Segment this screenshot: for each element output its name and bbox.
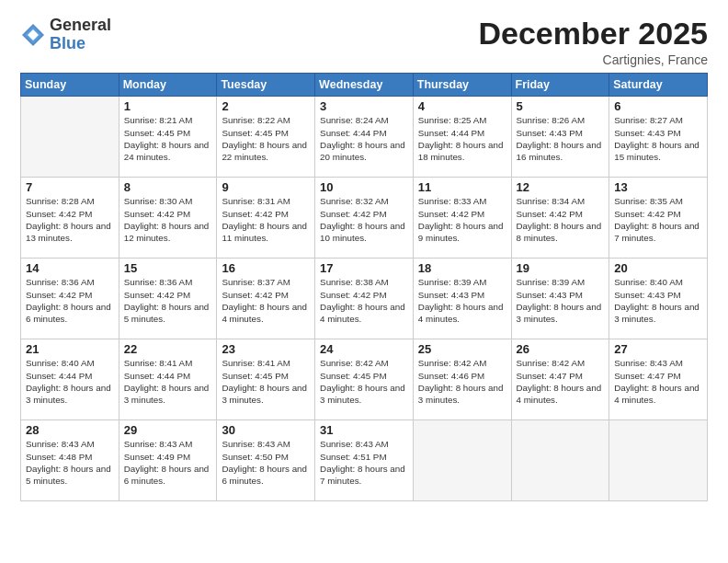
cell-details: Sunrise: 8:35 AM Sunset: 4:42 PM Dayligh… [614,195,702,244]
calendar-cell: 2Sunrise: 8:22 AM Sunset: 4:45 PM Daylig… [217,97,315,178]
calendar-cell: 29Sunrise: 8:43 AM Sunset: 4:49 PM Dayli… [119,420,217,501]
calendar-cell: 31Sunrise: 8:43 AM Sunset: 4:51 PM Dayli… [315,420,414,501]
day-header-friday: Friday [511,74,609,97]
cell-details: Sunrise: 8:42 AM Sunset: 4:46 PM Dayligh… [418,357,506,406]
calendar-cell [511,420,609,501]
calendar-cell: 25Sunrise: 8:42 AM Sunset: 4:46 PM Dayli… [413,339,511,420]
cell-details: Sunrise: 8:41 AM Sunset: 4:44 PM Dayligh… [124,357,212,406]
day-number: 15 [124,261,212,275]
cell-details: Sunrise: 8:22 AM Sunset: 4:45 PM Dayligh… [222,114,310,163]
cell-details: Sunrise: 8:25 AM Sunset: 4:44 PM Dayligh… [418,114,506,163]
day-header-sunday: Sunday [21,74,119,97]
calendar-cell: 12Sunrise: 8:34 AM Sunset: 4:42 PM Dayli… [511,178,609,259]
day-number: 28 [26,423,114,437]
day-number: 9 [222,180,310,194]
calendar-week-4: 21Sunrise: 8:40 AM Sunset: 4:44 PM Dayli… [21,339,708,420]
day-number: 21 [26,342,114,356]
cell-details: Sunrise: 8:38 AM Sunset: 4:42 PM Dayligh… [320,276,408,325]
cell-details: Sunrise: 8:41 AM Sunset: 4:45 PM Dayligh… [222,357,310,406]
cell-details: Sunrise: 8:43 AM Sunset: 4:48 PM Dayligh… [26,438,114,487]
cell-details: Sunrise: 8:24 AM Sunset: 4:44 PM Dayligh… [320,114,408,163]
calendar-cell: 11Sunrise: 8:33 AM Sunset: 4:42 PM Dayli… [413,178,511,259]
day-number: 8 [124,180,212,194]
calendar-cell: 7Sunrise: 8:28 AM Sunset: 4:42 PM Daylig… [21,178,119,259]
calendar-cell: 6Sunrise: 8:27 AM Sunset: 4:43 PM Daylig… [609,97,708,178]
day-number: 17 [320,261,408,275]
calendar-cell [21,97,119,178]
day-header-monday: Monday [119,74,217,97]
cell-details: Sunrise: 8:21 AM Sunset: 4:45 PM Dayligh… [124,114,212,163]
calendar-cell: 24Sunrise: 8:42 AM Sunset: 4:45 PM Dayli… [315,339,414,420]
calendar-cell [413,420,511,501]
day-number: 12 [517,180,605,194]
calendar-week-5: 28Sunrise: 8:43 AM Sunset: 4:48 PM Dayli… [21,420,708,501]
day-number: 31 [320,423,408,437]
cell-details: Sunrise: 8:40 AM Sunset: 4:43 PM Dayligh… [614,276,702,325]
cell-details: Sunrise: 8:37 AM Sunset: 4:42 PM Dayligh… [222,276,310,325]
calendar-cell: 18Sunrise: 8:39 AM Sunset: 4:43 PM Dayli… [413,259,511,339]
day-number: 26 [517,342,605,356]
cell-details: Sunrise: 8:31 AM Sunset: 4:42 PM Dayligh… [222,195,310,244]
day-number: 14 [26,261,114,275]
day-header-wednesday: Wednesday [315,74,414,97]
calendar-cell: 30Sunrise: 8:43 AM Sunset: 4:50 PM Dayli… [217,420,315,501]
day-number: 2 [222,99,310,113]
cell-details: Sunrise: 8:39 AM Sunset: 4:43 PM Dayligh… [517,276,605,325]
header: General Blue December 2025 Cartignies, F… [20,17,708,67]
calendar-cell: 16Sunrise: 8:37 AM Sunset: 4:42 PM Dayli… [217,259,315,339]
cell-details: Sunrise: 8:26 AM Sunset: 4:43 PM Dayligh… [517,114,605,163]
cell-details: Sunrise: 8:43 AM Sunset: 4:51 PM Dayligh… [320,438,408,487]
day-number: 7 [26,180,114,194]
calendar-cell: 23Sunrise: 8:41 AM Sunset: 4:45 PM Dayli… [217,339,315,420]
day-number: 20 [614,261,702,275]
day-number: 19 [517,261,605,275]
logo-text: General Blue [50,17,111,53]
logo-blue-text: Blue [50,34,85,52]
calendar-header-row: SundayMondayTuesdayWednesdayThursdayFrid… [21,74,708,97]
month-title: December 2025 [478,17,708,51]
title-area: December 2025 Cartignies, France [478,17,708,67]
logo: General Blue [20,17,111,53]
day-number: 13 [614,180,702,194]
day-number: 10 [320,180,408,194]
calendar-cell: 1Sunrise: 8:21 AM Sunset: 4:45 PM Daylig… [119,97,217,178]
calendar-cell: 14Sunrise: 8:36 AM Sunset: 4:42 PM Dayli… [21,259,119,339]
cell-details: Sunrise: 8:43 AM Sunset: 4:50 PM Dayligh… [222,438,310,487]
day-header-saturday: Saturday [609,74,708,97]
calendar: SundayMondayTuesdayWednesdayThursdayFrid… [20,73,708,501]
cell-details: Sunrise: 8:39 AM Sunset: 4:43 PM Dayligh… [418,276,506,325]
day-number: 30 [222,423,310,437]
calendar-week-3: 14Sunrise: 8:36 AM Sunset: 4:42 PM Dayli… [21,259,708,339]
calendar-week-1: 1Sunrise: 8:21 AM Sunset: 4:45 PM Daylig… [21,97,708,178]
subtitle: Cartignies, France [478,52,708,67]
calendar-cell: 26Sunrise: 8:42 AM Sunset: 4:47 PM Dayli… [511,339,609,420]
day-number: 6 [614,99,702,113]
calendar-cell: 20Sunrise: 8:40 AM Sunset: 4:43 PM Dayli… [609,259,708,339]
calendar-cell [609,420,708,501]
day-number: 23 [222,342,310,356]
day-number: 25 [418,342,506,356]
calendar-cell: 5Sunrise: 8:26 AM Sunset: 4:43 PM Daylig… [511,97,609,178]
calendar-cell: 9Sunrise: 8:31 AM Sunset: 4:42 PM Daylig… [217,178,315,259]
day-number: 18 [418,261,506,275]
logo-icon [20,22,46,48]
day-number: 24 [320,342,408,356]
day-number: 16 [222,261,310,275]
cell-details: Sunrise: 8:30 AM Sunset: 4:42 PM Dayligh… [124,195,212,244]
day-header-tuesday: Tuesday [217,74,315,97]
day-number: 27 [614,342,702,356]
cell-details: Sunrise: 8:32 AM Sunset: 4:42 PM Dayligh… [320,195,408,244]
calendar-cell: 21Sunrise: 8:40 AM Sunset: 4:44 PM Dayli… [21,339,119,420]
cell-details: Sunrise: 8:36 AM Sunset: 4:42 PM Dayligh… [124,276,212,325]
cell-details: Sunrise: 8:43 AM Sunset: 4:49 PM Dayligh… [124,438,212,487]
day-number: 22 [124,342,212,356]
cell-details: Sunrise: 8:33 AM Sunset: 4:42 PM Dayligh… [418,195,506,244]
calendar-cell: 8Sunrise: 8:30 AM Sunset: 4:42 PM Daylig… [119,178,217,259]
cell-details: Sunrise: 8:42 AM Sunset: 4:45 PM Dayligh… [320,357,408,406]
cell-details: Sunrise: 8:34 AM Sunset: 4:42 PM Dayligh… [517,195,605,244]
day-number: 11 [418,180,506,194]
page: General Blue December 2025 Cartignies, F… [0,0,728,563]
cell-details: Sunrise: 8:40 AM Sunset: 4:44 PM Dayligh… [26,357,114,406]
calendar-cell: 15Sunrise: 8:36 AM Sunset: 4:42 PM Dayli… [119,259,217,339]
day-number: 4 [418,99,506,113]
